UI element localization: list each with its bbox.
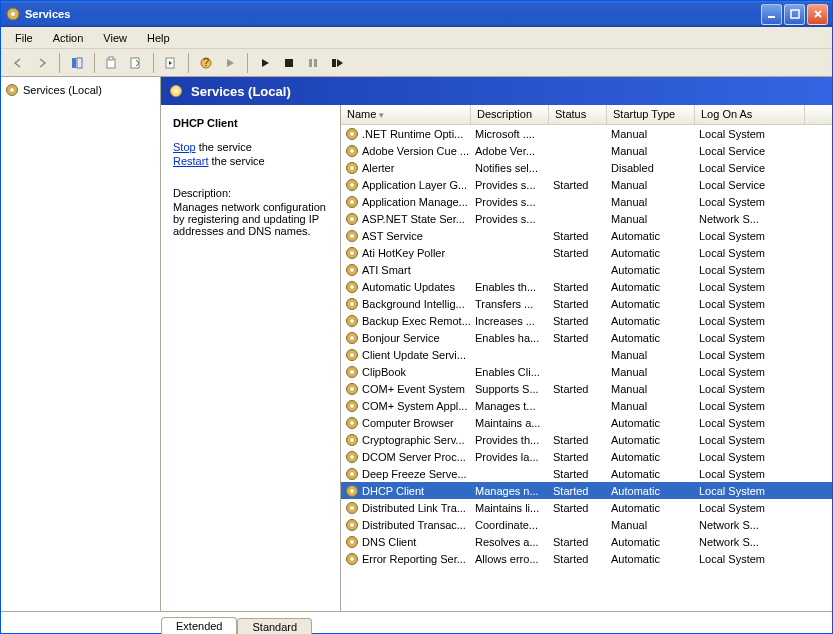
svg-point-57 — [350, 438, 354, 442]
service-row[interactable]: Computer BrowserMaintains a...AutomaticL… — [341, 414, 832, 431]
service-row[interactable]: Error Reporting Ser...Allows erro...Star… — [341, 550, 832, 567]
service-description: Maintains a... — [471, 416, 549, 430]
column-header-name[interactable]: Name ▾ — [341, 105, 471, 124]
service-row[interactable]: Adobe Version Cue ...Adobe Ver...ManualL… — [341, 142, 832, 159]
help-button[interactable]: ? — [195, 52, 217, 74]
column-header-description[interactable]: Description — [471, 105, 549, 124]
play-button[interactable] — [254, 52, 276, 74]
tree-root-services-local[interactable]: Services (Local) — [1, 81, 160, 99]
service-description — [471, 235, 549, 237]
close-button[interactable] — [807, 4, 828, 25]
service-description: Increases ... — [471, 314, 549, 328]
service-row[interactable]: Client Update Servi...ManualLocal System — [341, 346, 832, 363]
service-row[interactable]: COM+ System Appl...Manages t...ManualLoc… — [341, 397, 832, 414]
service-logon: Network S... — [695, 535, 805, 549]
svg-point-69 — [350, 540, 354, 544]
service-row[interactable]: AST ServiceStartedAutomaticLocal System — [341, 227, 832, 244]
minimize-button[interactable] — [761, 4, 782, 25]
service-name: DCOM Server Proc... — [362, 451, 466, 463]
service-startup: Manual — [607, 365, 695, 379]
properties-button[interactable] — [101, 52, 123, 74]
forward-button[interactable] — [31, 52, 53, 74]
service-row[interactable]: .NET Runtime Opti...Microsoft ....Manual… — [341, 125, 832, 142]
restart-service-link[interactable]: Restart — [173, 155, 208, 167]
menu-view[interactable]: View — [95, 30, 135, 46]
list-body[interactable]: .NET Runtime Opti...Microsoft ....Manual… — [341, 125, 832, 611]
service-description: Transfers ... — [471, 297, 549, 311]
pause-button[interactable] — [302, 52, 324, 74]
tree-pane: Services (Local) — [1, 77, 161, 611]
service-row[interactable]: Automatic UpdatesEnables th...StartedAut… — [341, 278, 832, 295]
service-row[interactable]: DNS ClientResolves a...StartedAutomaticN… — [341, 533, 832, 550]
service-description — [471, 354, 549, 356]
gear-icon — [345, 416, 359, 430]
service-row[interactable]: Application Layer G...Provides s...Start… — [341, 176, 832, 193]
service-description: Allows erro... — [471, 552, 549, 566]
svg-rect-8 — [131, 58, 139, 68]
service-logon: Local System — [695, 501, 805, 515]
column-headers: Name ▾ Description Status Startup Type L… — [341, 105, 832, 125]
service-logon: Local System — [695, 399, 805, 413]
gear-icon — [345, 127, 359, 141]
service-row[interactable]: Cryptographic Serv...Provides th...Start… — [341, 431, 832, 448]
tab-extended[interactable]: Extended — [161, 617, 237, 634]
svg-point-61 — [350, 472, 354, 476]
column-header-logon[interactable]: Log On As — [695, 105, 805, 124]
service-startup: Manual — [607, 399, 695, 413]
gear-icon — [345, 467, 359, 481]
stop-button[interactable] — [278, 52, 300, 74]
service-startup: Automatic — [607, 501, 695, 515]
service-row[interactable]: ClipBookEnables Cli...ManualLocal System — [341, 363, 832, 380]
tab-standard[interactable]: Standard — [237, 618, 312, 634]
service-row[interactable]: ASP.NET State Ser...Provides s...ManualN… — [341, 210, 832, 227]
service-row[interactable]: Deep Freeze Serve...StartedAutomaticLoca… — [341, 465, 832, 482]
maximize-button[interactable] — [784, 4, 805, 25]
gear-icon — [345, 178, 359, 192]
service-row[interactable]: Distributed Transac...Coordinate...Manua… — [341, 516, 832, 533]
menu-action[interactable]: Action — [45, 30, 92, 46]
show-hide-button[interactable] — [66, 52, 88, 74]
service-row[interactable]: Backup Exec Remot...Increases ...Started… — [341, 312, 832, 329]
service-row[interactable]: COM+ Event SystemSupports S...StartedMan… — [341, 380, 832, 397]
service-status — [549, 133, 607, 135]
service-row[interactable]: Bonjour ServiceEnables ha...StartedAutom… — [341, 329, 832, 346]
service-row[interactable]: Ati HotKey PollerStartedAutomaticLocal S… — [341, 244, 832, 261]
service-row[interactable]: DHCP ClientManages n...StartedAutomaticL… — [341, 482, 832, 499]
restart-button[interactable] — [326, 52, 348, 74]
start-service-button[interactable] — [219, 52, 241, 74]
gear-icon — [345, 246, 359, 260]
svg-rect-4 — [72, 58, 76, 68]
service-row[interactable]: Background Intellig...Transfers ...Start… — [341, 295, 832, 312]
service-description: Coordinate... — [471, 518, 549, 532]
service-logon: Local System — [695, 127, 805, 141]
service-startup: Automatic — [607, 552, 695, 566]
service-logon: Local System — [695, 280, 805, 294]
selected-service-title: DHCP Client — [173, 117, 328, 129]
service-logon: Local System — [695, 433, 805, 447]
export-button[interactable] — [125, 52, 147, 74]
service-startup: Manual — [607, 348, 695, 362]
menu-file[interactable]: File — [7, 30, 41, 46]
svg-point-39 — [350, 285, 354, 289]
stop-service-link[interactable]: Stop — [173, 141, 196, 153]
gear-icon — [345, 535, 359, 549]
titlebar[interactable]: Services — [1, 1, 832, 27]
service-logon: Local System — [695, 195, 805, 209]
refresh-button[interactable] — [160, 52, 182, 74]
service-row[interactable]: ATI SmartAutomaticLocal System — [341, 261, 832, 278]
back-button[interactable] — [7, 52, 29, 74]
gear-icon — [345, 212, 359, 226]
description-label: Description: — [173, 187, 328, 199]
gear-icon — [345, 399, 359, 413]
window-title: Services — [25, 8, 761, 20]
menu-help[interactable]: Help — [139, 30, 178, 46]
service-row[interactable]: AlerterNotifies sel...DisabledLocal Serv… — [341, 159, 832, 176]
column-header-startup[interactable]: Startup Type — [607, 105, 695, 124]
restart-service-link-row: Restart the service — [173, 155, 328, 167]
service-row[interactable]: DCOM Server Proc...Provides la...Started… — [341, 448, 832, 465]
svg-point-47 — [350, 353, 354, 357]
service-row[interactable]: Distributed Link Tra...Maintains li...St… — [341, 499, 832, 516]
svg-point-59 — [350, 455, 354, 459]
service-row[interactable]: Application Manage...Provides s...Manual… — [341, 193, 832, 210]
column-header-status[interactable]: Status — [549, 105, 607, 124]
